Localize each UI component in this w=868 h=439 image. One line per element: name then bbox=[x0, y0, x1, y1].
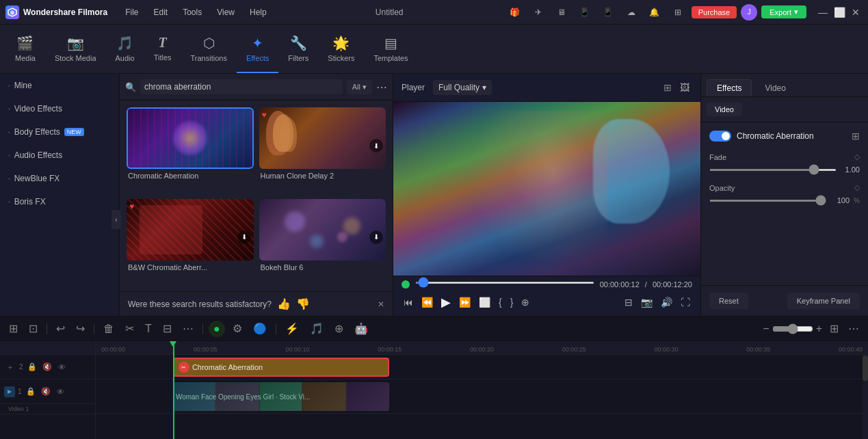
audio-sync-button[interactable]: 🎵 bbox=[306, 320, 327, 337]
gift-icon[interactable]: 🎁 bbox=[505, 3, 525, 22]
phone-icon[interactable]: 📱 bbox=[575, 3, 594, 22]
sub-tab-video[interactable]: Video bbox=[707, 103, 742, 116]
add-to-timeline-button[interactable]: ⊕ bbox=[519, 295, 531, 310]
minimize-button[interactable]: — bbox=[816, 5, 830, 19]
bell-icon[interactable]: 🔔 bbox=[645, 3, 664, 22]
sidebar-item-newblue-fx[interactable]: › NewBlue FX bbox=[0, 167, 119, 190]
reset-button[interactable]: Reset bbox=[709, 293, 748, 309]
redo-button[interactable]: ↪ bbox=[73, 320, 88, 337]
track1-mute-icon[interactable]: 🔇 bbox=[40, 386, 52, 398]
toolbar-effects[interactable]: ✦ Effects bbox=[237, 25, 278, 73]
sidebar-item-video-effects[interactable]: › Video Effects bbox=[0, 97, 119, 120]
thumbs-down-button[interactable]: 👎 bbox=[296, 297, 310, 310]
frame-back-button[interactable]: ⏪ bbox=[419, 295, 435, 310]
maximize-button[interactable]: ⬜ bbox=[832, 5, 846, 19]
effect-item-bokeh[interactable]: ⬇ Bokeh Blur 6 bbox=[259, 199, 386, 285]
filter-button[interactable]: All ▾ bbox=[347, 80, 372, 94]
fullscreen-button[interactable]: ⛶ bbox=[679, 295, 692, 310]
tablet-icon[interactable]: 📱 bbox=[599, 3, 618, 22]
frame-forward-button[interactable]: ⏩ bbox=[457, 295, 473, 310]
zoom-out-button[interactable]: − bbox=[763, 323, 769, 335]
satisfaction-close-button[interactable]: ✕ bbox=[378, 300, 384, 309]
track1-eye-icon[interactable]: 👁 bbox=[55, 386, 67, 398]
delete-button[interactable]: 🗑 bbox=[100, 321, 118, 337]
progress-slider[interactable] bbox=[415, 282, 594, 284]
close-button[interactable]: ✕ bbox=[849, 5, 863, 19]
track2-lock-icon[interactable]: 🔒 bbox=[26, 361, 38, 373]
split-button[interactable]: ⊕ bbox=[331, 320, 347, 337]
thumbs-up-button[interactable]: 👍 bbox=[277, 297, 291, 310]
fade-reset-icon[interactable]: ◇ bbox=[854, 152, 860, 161]
timeline-scrollbar[interactable] bbox=[863, 355, 868, 439]
toolbar-templates[interactable]: ▤ Templates bbox=[364, 25, 417, 73]
export-button[interactable]: Export ▾ bbox=[761, 5, 806, 18]
mark-in-button[interactable]: { bbox=[497, 295, 504, 310]
effect-toggle[interactable] bbox=[709, 131, 731, 142]
menu-help[interactable]: Help bbox=[243, 5, 274, 20]
effect-item-chromatic[interactable]: Chromatic Aberration bbox=[127, 107, 254, 194]
more-options-icon[interactable]: ⋯ bbox=[376, 81, 387, 94]
effect-item-bw-chromatic[interactable]: ♥ ⬇ B&W Chromatic Aberr... bbox=[127, 199, 254, 285]
loop-button[interactable]: ⬜ bbox=[477, 295, 492, 310]
play-button[interactable]: ▶ bbox=[439, 293, 453, 312]
plane-icon[interactable]: ✈ bbox=[529, 3, 548, 22]
ripple-button[interactable]: ⚙ bbox=[229, 320, 246, 337]
menu-edit[interactable]: Edit bbox=[146, 5, 174, 20]
mark-out-button[interactable]: } bbox=[508, 295, 516, 310]
keyframe-panel-button[interactable]: Keyframe Panel bbox=[787, 293, 860, 309]
quality-selector[interactable]: Full Quality ▾ bbox=[433, 80, 492, 95]
track1-lock-icon[interactable]: 🔒 bbox=[25, 386, 37, 398]
speed-button[interactable]: ⚡ bbox=[282, 320, 302, 337]
zoom-in-button[interactable]: + bbox=[816, 323, 822, 335]
effect-item-human-clone[interactable]: ♥ ⬇ Human Clone Delay 2 bbox=[259, 107, 386, 194]
scrollbar-thumb[interactable] bbox=[863, 356, 868, 381]
search-input[interactable] bbox=[140, 79, 343, 94]
motion-button[interactable]: 🔵 bbox=[250, 320, 270, 337]
zoom-slider[interactable] bbox=[772, 323, 813, 334]
skip-back-button[interactable]: ⏮ bbox=[402, 295, 415, 310]
toolbar-transitions[interactable]: ⬡ Transitions bbox=[181, 25, 237, 73]
sidebar-item-body-effects[interactable]: › Body Effects NEW bbox=[0, 120, 119, 144]
menu-file[interactable]: File bbox=[118, 5, 145, 20]
sidebar-item-mine[interactable]: › Mine bbox=[0, 74, 119, 97]
photo-view-button[interactable]: 🖼 bbox=[677, 79, 692, 96]
opacity-slider[interactable] bbox=[709, 200, 826, 202]
more-effects-button[interactable]: ⋯ bbox=[179, 320, 197, 337]
grid-view-button[interactable]: ⊞ bbox=[661, 79, 674, 96]
toolbar-filters[interactable]: 🔧 Filters bbox=[278, 25, 318, 73]
snap-button[interactable]: ● bbox=[209, 321, 225, 337]
crop-tl-button[interactable]: ⊟ bbox=[159, 320, 175, 337]
video-clip-woman[interactable]: Woman Face Opening Eyes Girl · Stock Vi.… bbox=[173, 382, 389, 411]
cut-button[interactable]: ✂ bbox=[122, 320, 137, 337]
toolbar-media[interactable]: 🎬 Media bbox=[5, 25, 45, 73]
toolbar-stock-media[interactable]: 📷 Stock Media bbox=[45, 25, 106, 73]
snapshot-button[interactable]: 📷 bbox=[639, 295, 655, 310]
layout-button[interactable]: ⊞ bbox=[826, 320, 842, 337]
track2-mute-icon[interactable]: 🔇 bbox=[41, 361, 53, 373]
sidebar-item-audio-effects[interactable]: › Audio Effects bbox=[0, 144, 119, 167]
tab-video[interactable]: Video bbox=[754, 79, 795, 96]
settings-button[interactable]: ⋯ bbox=[845, 320, 863, 337]
toolbar-stickers[interactable]: 🌟 Stickers bbox=[318, 25, 364, 73]
toolbar-audio[interactable]: 🎵 Audio bbox=[106, 25, 144, 73]
track2-add-icon[interactable]: + bbox=[4, 361, 16, 373]
fade-slider[interactable] bbox=[709, 169, 837, 171]
opacity-reset-icon[interactable]: ◇ bbox=[854, 183, 860, 192]
tab-effects[interactable]: Effects bbox=[707, 79, 752, 96]
cloud-icon[interactable]: ☁ bbox=[622, 3, 641, 22]
scene-detect-button[interactable]: ⊞ bbox=[5, 320, 21, 337]
playhead[interactable] bbox=[173, 341, 174, 439]
text-button[interactable]: T bbox=[142, 321, 155, 337]
auto-reframe-button[interactable]: ⊡ bbox=[25, 320, 41, 337]
user-avatar[interactable]: J bbox=[741, 4, 757, 21]
sidebar-collapse-btn[interactable]: ‹ bbox=[111, 210, 120, 229]
ai-button[interactable]: 🤖 bbox=[351, 320, 371, 337]
sidebar-item-boris-fx[interactable]: › Boris FX bbox=[0, 190, 119, 213]
menu-view[interactable]: View bbox=[210, 5, 241, 20]
monitor-icon[interactable]: 🖥 bbox=[552, 3, 571, 22]
effect-clip-chromatic[interactable]: ✂ Chromatic Aberration bbox=[173, 358, 389, 377]
grid-icon[interactable]: ⊞ bbox=[668, 3, 687, 22]
effect-settings-icon[interactable]: ⊞ bbox=[852, 131, 860, 142]
toolbar-titles[interactable]: T Titles bbox=[144, 25, 181, 73]
crop-button[interactable]: ⊟ bbox=[622, 295, 635, 310]
